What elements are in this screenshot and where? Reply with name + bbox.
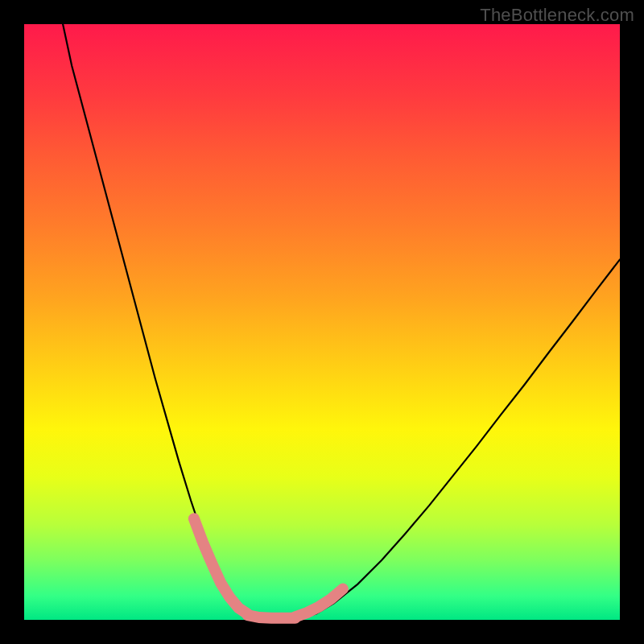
highlight-segment-bottom: [248, 615, 295, 618]
watermark-text: TheBottleneck.com: [480, 5, 634, 26]
curve-svg: [24, 24, 620, 620]
plot-area: [24, 24, 620, 620]
highlight-segment-left: [194, 518, 248, 613]
chart-frame: TheBottleneck.com: [0, 0, 644, 644]
main-curve: [63, 24, 620, 619]
